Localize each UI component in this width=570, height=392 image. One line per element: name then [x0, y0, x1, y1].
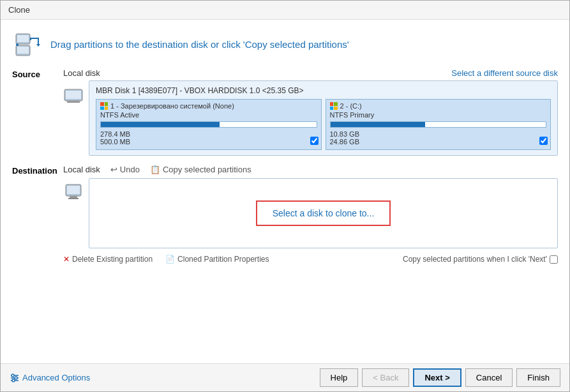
partition-2-total: 24.86 GB [330, 138, 547, 146]
app-icon [12, 29, 43, 59]
partition-2-sizes: 10.83 GB 24.86 GB [330, 130, 547, 146]
title-bar: Clone [1, 1, 569, 20]
destination-monitor-icon [63, 182, 84, 202]
svg-rect-11 [68, 198, 79, 199]
partition-2-header: 2 - (C:) [330, 102, 547, 110]
destination-content: Local disk ↩ Undo 📋 Copy selected partit… [63, 165, 558, 264]
partition-1-name: 1 - Зарезервировано системой (None) [110, 102, 234, 110]
source-disk-icon [63, 84, 84, 105]
windows-logo-icon-2 [330, 102, 338, 110]
destination-disk-icon-col [63, 178, 84, 202]
cloned-props-label: Cloned Partition Properties [177, 255, 269, 264]
bottom-options: ✕ Delete Existing partition 📄 Cloned Par… [63, 255, 558, 264]
select-different-source-link[interactable]: Select a different source disk [451, 68, 558, 78]
footer: Advanced Options Help < Back Next > Canc… [1, 363, 569, 391]
partition-1-bar-bg [100, 121, 317, 128]
help-button[interactable]: Help [320, 368, 359, 387]
destination-panel: Select a disk to clone to... [89, 178, 558, 248]
advanced-options-label: Advanced Options [22, 373, 90, 382]
svg-rect-7 [67, 101, 80, 103]
partitions-row: 1 - Зарезервировано системой (None) NTFS… [96, 99, 551, 150]
source-meta-row: Local disk Select a different source dis… [63, 68, 558, 78]
source-content: Local disk Select a different source dis… [63, 68, 558, 160]
svg-point-4 [16, 43, 19, 46]
svg-point-15 [11, 374, 14, 377]
undo-icon: ↩ [110, 165, 117, 174]
partition-1-used: 278.4 MB [100, 130, 317, 138]
copy-next-label: Copy selected partitions when I click 'N… [403, 255, 547, 264]
partition-1-bar-fill [101, 122, 220, 127]
finish-button[interactable]: Finish [516, 368, 560, 387]
destination-section: Destination Local disk ↩ Undo 📋 Copy sel… [12, 165, 558, 358]
copy-label: Copy selected partitions [163, 165, 251, 174]
source-disk-icon-col [63, 80, 84, 105]
cloned-props-icon: 📄 [165, 255, 175, 264]
source-disk-title: MBR Disk 1 [4389E077] - VBOX HARDDISK 1.… [96, 86, 551, 95]
partition-1: 1 - Зарезервировано системой (None) NTFS… [96, 99, 322, 150]
partition-2-checkbox[interactable] [539, 137, 548, 145]
select-disk-button[interactable]: Select a disk to clone to... [256, 200, 391, 226]
cloned-props-option[interactable]: 📄 Cloned Partition Properties [165, 255, 269, 264]
svg-point-17 [12, 379, 15, 382]
destination-label: Destination [12, 165, 63, 176]
svg-rect-10 [70, 196, 77, 198]
source-label: Source [12, 68, 63, 79]
partition-1-type: NTFS Active [100, 111, 317, 119]
undo-label: Undo [120, 165, 140, 174]
svg-point-16 [15, 377, 17, 379]
content-area: Drag partitions to the destination disk … [1, 20, 569, 363]
partition-2-used: 10.83 GB [330, 130, 547, 138]
partition-1-header: 1 - Зарезервировано системой (None) [100, 102, 317, 110]
partition-2-bar-bg [330, 121, 547, 128]
svg-rect-1 [17, 35, 29, 42]
window-title: Clone [8, 5, 30, 15]
back-button[interactable]: < Back [362, 368, 409, 387]
partition-1-checkbox-container [310, 137, 319, 147]
copy-next-option: Copy selected partitions when I click 'N… [403, 255, 558, 264]
copy-next-checkbox[interactable] [550, 255, 558, 264]
undo-item[interactable]: ↩ Undo [110, 165, 140, 174]
source-disk-panel: MBR Disk 1 [4389E077] - VBOX HARDDISK 1.… [89, 80, 558, 156]
partition-2: 2 - (C:) NTFS Primary 10.83 GB 24.86 GB [326, 99, 551, 150]
footer-buttons: Help < Back Next > Cancel Finish [320, 368, 560, 387]
cancel-button[interactable]: Cancel [465, 368, 513, 387]
partition-1-checkbox[interactable] [310, 137, 319, 145]
svg-rect-6 [66, 91, 81, 99]
header-instruction: Drag partitions to the destination disk … [50, 39, 349, 50]
partition-2-name: 2 - (C:) [340, 102, 362, 110]
svg-rect-3 [17, 47, 29, 54]
destination-meta-row: Local disk ↩ Undo 📋 Copy selected partit… [63, 165, 558, 174]
delete-partition-label: Delete Existing partition [72, 255, 153, 264]
copy-item[interactable]: 📋 Copy selected partitions [150, 165, 251, 174]
windows-logo-icon-1 [100, 102, 108, 110]
next-button[interactable]: Next > [413, 368, 461, 387]
sliders-icon [10, 373, 20, 383]
partition-1-total: 500.0 MB [100, 138, 317, 146]
copy-icon: 📋 [150, 165, 160, 174]
svg-rect-9 [67, 186, 80, 194]
partition-1-sizes: 278.4 MB 500.0 MB [100, 130, 317, 146]
header-section: Drag partitions to the destination disk … [12, 29, 558, 59]
delete-partition-option[interactable]: ✕ Delete Existing partition [63, 255, 153, 264]
advanced-options-link[interactable]: Advanced Options [10, 373, 90, 383]
partition-2-bar-fill [331, 122, 426, 127]
destination-disk-type: Local disk [63, 165, 100, 174]
partition-2-checkbox-container [539, 137, 548, 147]
source-disk-type: Local disk [63, 68, 100, 78]
partition-2-type: NTFS Primary [330, 111, 547, 119]
delete-x-icon: ✕ [63, 255, 70, 264]
source-section: Source Local disk Select a different sou… [12, 68, 558, 160]
main-window: Clone Drag partitions to the destination… [0, 0, 570, 392]
